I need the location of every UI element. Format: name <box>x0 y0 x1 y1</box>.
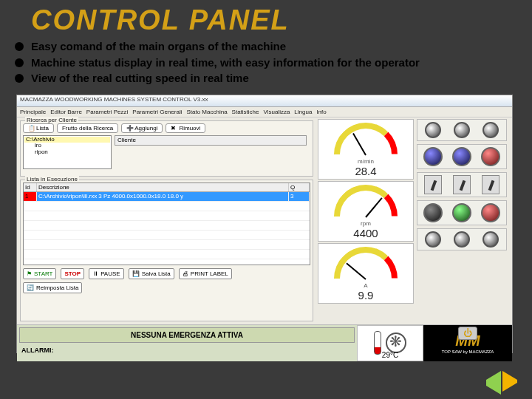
menu-item[interactable]: Statistiche <box>232 109 259 115</box>
folder-tree[interactable]: C:\Archivio iro ripon <box>23 135 112 169</box>
temperature-box: 29°C <box>357 325 423 361</box>
red-knob[interactable] <box>481 203 500 222</box>
cliente-header: Cliente <box>115 135 307 146</box>
rotary-switch[interactable] <box>482 175 499 194</box>
cell-desc: C:\Archivio\ripon\lll.rxx 3 Pz 4000.0x10… <box>37 192 289 201</box>
save-list-button[interactable]: 💾Salva Lista <box>129 268 174 279</box>
knob-row-1 <box>417 144 507 169</box>
next-slide-arrow[interactable] <box>502 371 520 392</box>
indicator-light <box>425 122 441 138</box>
hmi-window: MACMAZZA WOODWORKING MACHINES SYSTEM CON… <box>16 95 513 353</box>
power-button[interactable]: ⏻ <box>458 327 477 340</box>
filter-button[interactable]: Frutto della Ricerca <box>57 123 118 133</box>
reset-list-button[interactable]: 🔄Reimposta Lista <box>23 282 82 293</box>
table-row[interactable]: 1 C:\Archivio\ripon\lll.rxx 3 Pz 4000.0x… <box>24 192 310 202</box>
tree-item[interactable]: ripon <box>24 149 110 156</box>
execution-grid[interactable]: Id Descrizione Q 1 C:\Archivio\ripon\lll… <box>23 183 310 265</box>
amp-unit: A <box>364 282 367 289</box>
indicator-light <box>454 231 470 248</box>
menu-bar[interactable]: Principale Editor Barre Parametri Pezzi … <box>17 107 512 117</box>
minus-icon: ✖ <box>171 125 177 131</box>
amp-gauge: A 9.9 <box>318 243 414 304</box>
stop-button[interactable]: STOP <box>61 268 84 279</box>
rotary-switch[interactable] <box>424 175 442 194</box>
rpm-unit: rpm <box>361 220 371 227</box>
temperature-value: 29°C <box>358 351 423 359</box>
bullet-icon <box>15 58 24 67</box>
black-knob[interactable] <box>423 203 443 222</box>
lista-button[interactable]: 📋Lista <box>23 123 54 133</box>
speed-gauge: m/min 28.4 <box>318 119 414 180</box>
red-knob[interactable] <box>481 147 500 166</box>
search-frame-title: Ricerca per Cliente <box>25 117 78 123</box>
bullet-text: Machine status display in real time, wit… <box>31 55 420 70</box>
indicator-light <box>454 122 470 138</box>
emergency-panel: NESSUNA EMERGENZA ATTIVA ALLARMI: <box>17 325 357 361</box>
list-frame-title: Lista in Esecuzione <box>25 176 79 183</box>
bullet-icon <box>15 74 24 83</box>
knob-row-2 <box>417 200 507 225</box>
bullet-text: View of the real cutting speed in real t… <box>31 71 249 86</box>
indicator-lights-row-2 <box>417 228 507 250</box>
slide-nav <box>480 371 520 395</box>
rpm-gauge: rpm 4400 <box>318 181 414 242</box>
print-icon: 🖨 <box>183 270 188 277</box>
bullet-icon <box>15 42 24 51</box>
execution-list-frame: Lista in Esecuzione Id Descrizione Q 1 C… <box>20 180 313 321</box>
amp-value: 9.9 <box>358 289 374 301</box>
indicator-light <box>425 231 441 248</box>
menu-item[interactable]: Stato Macchina <box>186 109 227 115</box>
switch-row <box>417 172 507 197</box>
prev-slide-arrow[interactable] <box>480 371 501 395</box>
menu-item[interactable]: Info <box>316 109 326 115</box>
menu-item[interactable]: Visualizza <box>263 109 290 115</box>
rotary-switch[interactable] <box>453 175 471 194</box>
indicator-lights-row <box>417 119 507 141</box>
rpm-value: 4400 <box>353 227 378 239</box>
menu-item[interactable]: Parametri Generali <box>132 109 182 115</box>
alarms-label: ALLARMI: <box>17 345 357 355</box>
cell-qty: 3 <box>289 192 310 201</box>
indicator-light <box>482 122 499 138</box>
emergency-banner: NESSUNA EMERGENZA ATTIVA <box>19 327 355 343</box>
remove-button[interactable]: ✖Rimuovi <box>166 123 205 133</box>
col-id: Id <box>24 183 37 191</box>
flag-icon: ⚑ <box>27 270 32 277</box>
col-desc: Descrizione <box>37 183 289 191</box>
menu-item[interactable]: Editor Barre <box>50 109 82 115</box>
blue-knob[interactable] <box>423 147 443 166</box>
plus-icon: ➕ <box>126 125 132 131</box>
col-qty: Q <box>289 183 310 191</box>
bullet-text: Easy comand of the main organs of the ma… <box>31 39 286 54</box>
start-button[interactable]: ⚑START <box>23 268 56 279</box>
menu-item[interactable]: Principale <box>20 109 46 115</box>
brand-box: ⏻ MM TOP SAW by MACMAZZA <box>423 325 512 361</box>
menu-item[interactable]: Parametri Pezzi <box>86 109 128 115</box>
pause-button[interactable]: ⏸PAUSE <box>89 268 124 279</box>
bullet-list: Easy comand of the main organs of the ma… <box>0 36 532 92</box>
print-label-button[interactable]: 🖨PRINT LABEL <box>179 268 232 279</box>
green-knob[interactable] <box>452 203 471 222</box>
cell-id: 1 <box>24 192 37 201</box>
search-frame: Ricerca per Cliente 📋Lista Frutto della … <box>20 120 313 177</box>
window-titlebar: MACMAZZA WOODWORKING MACHINES SYSTEM CON… <box>17 95 512 107</box>
indicator-light <box>482 231 499 248</box>
speed-value: 28.4 <box>355 165 376 177</box>
blue-knob[interactable] <box>452 147 471 166</box>
menu-item[interactable]: Lingua <box>294 109 312 115</box>
pause-icon: ⏸ <box>92 270 98 277</box>
slide-title: CONTROL PANEL <box>0 0 532 36</box>
brand-subtitle: TOP SAW by MACMAZZA <box>442 349 494 354</box>
list-icon: 📋 <box>28 125 34 131</box>
reset-icon: 🔄 <box>27 284 34 291</box>
add-button[interactable]: ➕Aggiungi <box>121 123 163 133</box>
save-icon: 💾 <box>132 270 140 277</box>
